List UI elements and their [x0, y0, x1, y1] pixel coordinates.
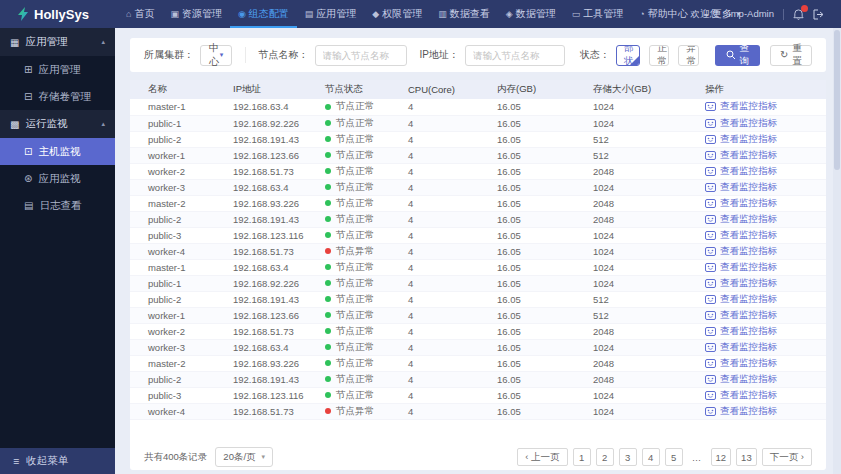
- sidebar-item-host-monitor[interactable]: ⊡主机监视: [0, 138, 115, 165]
- nav-item-data-mgmt[interactable]: ◈数据管理: [498, 0, 564, 28]
- status-normal-label: 正常: [657, 45, 667, 66]
- nav-item-permission[interactable]: ◆权限管理: [364, 0, 430, 28]
- cell-memory: 16.05: [479, 307, 575, 323]
- sidebar-item-app-monitor[interactable]: ⊛应用监视: [0, 165, 115, 192]
- cell-storage: 1024: [575, 259, 687, 275]
- cell-name: public-2: [130, 291, 215, 307]
- status-filter-all-button[interactable]: 全部状态: [616, 45, 640, 66]
- key-icon: ◆: [372, 9, 379, 19]
- cell-action: 查看监控指标: [687, 115, 826, 131]
- view-metrics-link[interactable]: 查看监控指标: [705, 229, 777, 242]
- nav-item-app[interactable]: ▤应用管理: [297, 0, 365, 28]
- page-2-button[interactable]: 2: [596, 448, 614, 466]
- nav-item-data-view[interactable]: ▥数据查看: [430, 0, 498, 28]
- view-metrics-link[interactable]: 查看监控指标: [705, 149, 777, 162]
- page-next-button[interactable]: 下一页 ›: [762, 448, 812, 466]
- cell-name: worker-1: [130, 147, 215, 163]
- nav-item-home[interactable]: ⌂首页: [118, 0, 162, 28]
- view-metrics-link[interactable]: 查看监控指标: [705, 261, 777, 274]
- view-metrics-link[interactable]: 查看监控指标: [705, 357, 777, 370]
- view-metrics-link[interactable]: 查看监控指标: [705, 197, 777, 210]
- nav-item-resource[interactable]: ▣资源管理: [162, 0, 230, 28]
- nav-item-label: 工具管理: [583, 7, 623, 21]
- view-metrics-link[interactable]: 查看监控指标: [705, 405, 777, 418]
- view-metrics-link[interactable]: 查看监控指标: [705, 117, 777, 130]
- cell-status: 节点正常: [307, 339, 390, 355]
- table-row: master-2192.168.93.226节点正常416.052048查看监控…: [130, 355, 826, 371]
- reset-button[interactable]: ↻ 重置: [770, 45, 812, 66]
- nav-item-label: 权限管理: [382, 7, 422, 21]
- view-metrics-link[interactable]: 查看监控指标: [705, 165, 777, 178]
- home-icon: ⌂: [126, 9, 131, 19]
- cell-ip: 192.168.123.116: [215, 387, 307, 403]
- collapse-menu-button[interactable]: ≡ 收起菜单: [0, 448, 115, 474]
- cell-status: 节点正常: [307, 355, 390, 371]
- status-dot: [325, 280, 331, 286]
- cell-status: 节点正常: [307, 371, 390, 387]
- view-metrics-link[interactable]: 查看监控指标: [705, 309, 777, 322]
- view-metrics-link[interactable]: 查看监控指标: [705, 100, 777, 113]
- sidebar-group-run-monitor[interactable]: ▩运行监视▴: [0, 110, 115, 138]
- cell-cpu: 4: [390, 307, 479, 323]
- search-button[interactable]: 查询: [715, 45, 761, 66]
- selected-corner-mark: [630, 56, 639, 65]
- cell-name: public-2: [130, 371, 215, 387]
- cell-status: 节点正常: [307, 259, 390, 275]
- sidebar-group-app-mgmt[interactable]: ▦应用管理▴: [0, 28, 115, 56]
- view-metrics-link[interactable]: 查看监控指标: [705, 133, 777, 146]
- nav-item-config[interactable]: ◉组态配置: [230, 0, 297, 28]
- view-metrics-label: 查看监控指标: [720, 133, 777, 146]
- page-prev-button[interactable]: ‹ 上一页: [517, 448, 567, 466]
- view-metrics-link[interactable]: 查看监控指标: [705, 293, 777, 306]
- page-scrollbar[interactable]: [833, 28, 841, 474]
- view-metrics-link[interactable]: 查看监控指标: [705, 213, 777, 226]
- view-metrics-label: 查看监控指标: [720, 117, 777, 130]
- nav-item-tools[interactable]: ▭工具管理: [564, 0, 632, 28]
- view-metrics-link[interactable]: 查看监控指标: [705, 325, 777, 338]
- node-name-input[interactable]: [315, 45, 407, 66]
- scrollbar-thumb[interactable]: [834, 30, 840, 170]
- cell-name: master-2: [130, 355, 215, 371]
- view-metrics-label: 查看监控指标: [720, 213, 777, 226]
- view-metrics-link[interactable]: 查看监控指标: [705, 341, 777, 354]
- status-dot: [325, 104, 331, 110]
- cell-action: 查看监控指标: [687, 131, 826, 147]
- nav-item-help[interactable]: ◔帮助中心: [631, 0, 695, 28]
- page-5-button[interactable]: 5: [665, 448, 683, 466]
- notifications-bell-icon[interactable]: [793, 8, 804, 21]
- cell-ip: 192.168.92.226: [215, 275, 307, 291]
- page-1-button[interactable]: 1: [573, 448, 591, 466]
- page-13-button[interactable]: 13: [736, 448, 757, 466]
- cell-storage: 1024: [575, 243, 687, 259]
- cell-status: 节点异常: [307, 243, 390, 259]
- logout-icon[interactable]: [813, 9, 825, 20]
- sidebar-item-app-manage[interactable]: ⊞应用管理: [0, 56, 115, 83]
- view-metrics-link[interactable]: 查看监控指标: [705, 277, 777, 290]
- view-metrics-link[interactable]: 查看监控指标: [705, 373, 777, 386]
- cell-ip: 192.168.51.73: [215, 323, 307, 339]
- cell-cpu: 4: [390, 163, 479, 179]
- sidebar-item-label: 应用管理: [38, 63, 80, 77]
- view-metrics-link[interactable]: 查看监控指标: [705, 181, 777, 194]
- page-12-button[interactable]: 12: [711, 448, 732, 466]
- cell-storage: 512: [575, 291, 687, 307]
- cell-cpu: 4: [390, 291, 479, 307]
- cluster-select[interactable]: 中心 ▾: [200, 45, 232, 66]
- view-metrics-link[interactable]: 查看监控指标: [705, 245, 777, 258]
- sidebar-item-log-view[interactable]: ▤日志查看: [0, 192, 115, 219]
- status-filter-abnormal-button[interactable]: 异常: [678, 45, 698, 66]
- cell-cpu: 4: [390, 179, 479, 195]
- sidebar-item-storage-volume[interactable]: ⊟存储卷管理: [0, 83, 115, 110]
- page-size-select[interactable]: 20条/页 ▾: [215, 447, 273, 467]
- cell-ip: 192.168.123.66: [215, 307, 307, 323]
- ip-input[interactable]: [465, 45, 565, 66]
- view-metrics-label: 查看监控指标: [720, 261, 777, 274]
- cell-ip: 192.168.93.226: [215, 355, 307, 371]
- status-filter-normal-button[interactable]: 正常: [649, 45, 669, 66]
- tools-monitor-icon: ▭: [572, 9, 581, 19]
- page-3-button[interactable]: 3: [619, 448, 637, 466]
- page-4-button[interactable]: 4: [642, 448, 660, 466]
- status-text: 节点正常: [336, 261, 374, 272]
- view-metrics-link[interactable]: 查看监控指标: [705, 389, 777, 402]
- monitor-icon: [705, 327, 716, 336]
